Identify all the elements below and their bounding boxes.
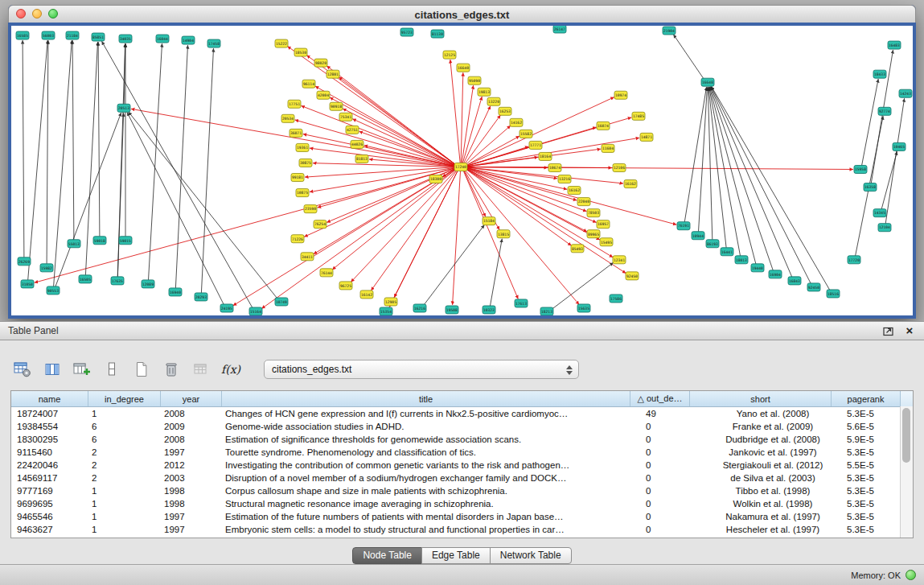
new-file-icon[interactable] [130, 359, 153, 380]
graph-node[interactable]: 16253 [499, 107, 511, 115]
graph-node[interactable]: 22040 [577, 198, 590, 206]
table-row[interactable]: 1830029562008Estimation of significance … [11, 433, 913, 446]
network-canvas[interactable]: 1724015222185309802012801961144200417751… [11, 26, 913, 315]
graph-node[interactable]: 16585 [16, 31, 29, 39]
graph-node[interactable]: 17586 [610, 295, 622, 303]
column-header[interactable]: name [11, 391, 88, 406]
graph-node[interactable]: 15958 [854, 165, 867, 173]
graph-node[interactable]: 14243 [899, 89, 912, 97]
row-options-icon[interactable] [101, 359, 123, 380]
graph-node[interactable]: 95090 [468, 76, 481, 84]
graph-node[interactable]: 12801 [326, 70, 339, 78]
graph-node[interactable]: 15354 [380, 307, 392, 315]
graph-node[interactable]: 19813 [478, 88, 491, 96]
graph-node[interactable]: 17485 [632, 112, 645, 120]
graph-node[interactable]: 20513 [117, 104, 130, 112]
table-row[interactable]: 1938455462009Genome-wide association stu… [11, 420, 913, 433]
graph-node[interactable]: 16074 [597, 122, 610, 130]
graph-node[interactable]: 98020 [314, 59, 327, 67]
graph-node[interactable]: 30875 [299, 159, 312, 167]
graph-node[interactable]: 16358 [864, 183, 877, 192]
graph-node[interactable]: 12104 [878, 224, 891, 232]
graph-node[interactable]: 81130 [431, 30, 444, 38]
graph-node[interactable]: 15222 [275, 39, 288, 47]
graph-node[interactable]: 19361 [296, 143, 309, 151]
graph-node[interactable]: 99181 [291, 174, 304, 182]
graph-node[interactable]: 19508 [446, 306, 458, 314]
graph-node[interactable]: 12106 [613, 163, 626, 171]
graph-node[interactable]: 13220 [487, 97, 500, 105]
graph-node[interactable]: 10674 [548, 163, 561, 171]
graph-node[interactable]: 16904 [769, 270, 782, 278]
graph-node[interactable]: 16640 [457, 64, 470, 72]
graph-node[interactable]: 18433 [873, 70, 886, 78]
graph-node[interactable]: 15635 [577, 304, 590, 312]
window-titlebar[interactable]: citations_edges.txt [8, 5, 916, 24]
graph-node[interactable]: 56003 [42, 31, 55, 39]
column-header[interactable]: title [222, 391, 630, 406]
graph-node[interactable]: 13815 [497, 230, 510, 238]
graph-node[interactable]: 18530 [294, 48, 307, 56]
graph-node[interactable]: 16441 [721, 248, 733, 256]
graph-node[interactable]: 11604 [602, 144, 614, 152]
graph-node[interactable]: 12089 [142, 280, 154, 288]
graph-node[interactable]: 78503 [587, 209, 600, 217]
graph-node[interactable]: 26147 [553, 26, 566, 33]
graph-node[interactable]: 16957 [597, 220, 610, 229]
graph-node[interactable]: 16044 [156, 35, 169, 43]
add-column-icon[interactable] [71, 359, 93, 380]
graph-node[interactable]: 18300 [429, 175, 442, 183]
graph-node[interactable]: 92774 [878, 107, 891, 115]
graph-node[interactable]: 18213 [540, 307, 553, 315]
graph-node[interactable]: 10749 [275, 298, 288, 306]
graph-node[interactable]: 16162 [624, 180, 637, 188]
graph-node[interactable]: 17720 [848, 256, 860, 264]
graph-node[interactable]: 18013 [735, 256, 748, 264]
graph-node[interactable]: 15164 [249, 307, 262, 315]
graph-node[interactable]: 71226 [291, 235, 304, 243]
graph-node[interactable]: 26269 [18, 257, 31, 266]
graph-node[interactable]: 16940 [169, 288, 182, 296]
column-header[interactable]: in_degree [88, 391, 161, 406]
graph-node[interactable]: 15495 [600, 238, 613, 246]
close-panel-icon[interactable]: × [903, 325, 916, 336]
graph-node[interactable]: 92450 [807, 283, 820, 291]
delete-icon[interactable] [160, 359, 183, 380]
graph-node[interactable]: 16162 [568, 187, 581, 195]
graph-node[interactable]: 16483 [888, 41, 901, 49]
graph-node[interactable]: 85851 [92, 33, 105, 41]
graph-node[interactable]: 15184 [483, 217, 495, 225]
graph-node[interactable]: 15982 [40, 264, 53, 272]
table-row[interactable]: 969969511998Structural magnetic resonanc… [11, 497, 913, 510]
graph-node[interactable]: 75341 [339, 113, 352, 121]
graph-node[interactable]: 21184 [66, 31, 79, 39]
table-selector-dropdown[interactable]: citations_edges.txt [264, 360, 579, 379]
tab-network-table[interactable]: Network Table [490, 547, 572, 564]
graph-node[interactable]: 42751 [346, 126, 359, 134]
graph-node[interactable]: 31050 [21, 280, 34, 288]
graph-node[interactable]: 86193 [706, 240, 719, 248]
column-header[interactable]: short [690, 391, 832, 406]
graph-node[interactable]: 44026 [351, 140, 363, 148]
table-row[interactable]: 911546021997Tourette syndrome. Phenomeno… [11, 446, 913, 459]
close-button[interactable] [16, 9, 26, 19]
zoom-button[interactable] [48, 9, 58, 19]
import-table-icon[interactable] [190, 359, 212, 380]
graph-node[interactable]: 20293 [195, 293, 207, 301]
column-header[interactable]: year [161, 391, 222, 406]
column-header[interactable]: pagerank [832, 391, 901, 406]
graph-node[interactable]: 16505 [79, 275, 92, 283]
graph-node[interactable]: 16843 [788, 277, 801, 285]
graph-node[interactable]: 24195 [220, 304, 233, 312]
table-row[interactable]: 1456911722003Disruption of a novel membe… [11, 472, 913, 484]
graph-node[interactable]: 55013 [68, 240, 80, 248]
table-mode-icon[interactable] [11, 359, 34, 380]
graph-node[interactable]: 10465 [893, 142, 906, 150]
graph-node[interactable]: 20534 [281, 114, 294, 122]
graph-node[interactable]: 14904 [182, 36, 195, 44]
graph-node[interactable]: 19440 [751, 264, 764, 272]
tab-node-table[interactable]: Node Table [352, 547, 422, 564]
graph-node[interactable]: 10323 [483, 306, 495, 314]
graph-node[interactable]: 96725 [339, 282, 352, 290]
graph-node[interactable]: 17751 [288, 100, 301, 108]
